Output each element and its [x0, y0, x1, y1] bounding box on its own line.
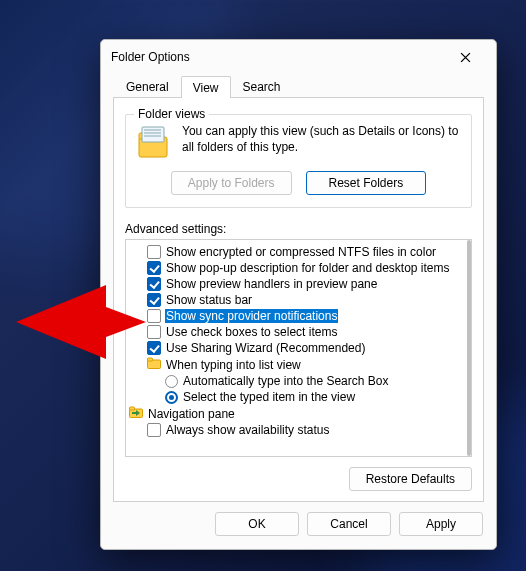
checkbox-icon	[147, 325, 161, 339]
advanced-settings-label: Advanced settings:	[125, 222, 472, 236]
tree-item[interactable]: Select the typed item in the view	[129, 390, 468, 404]
tree-item-label: Show preview handlers in preview pane	[165, 277, 378, 291]
apply-button[interactable]: Apply	[399, 512, 483, 536]
dialog-buttons: OK Cancel Apply	[101, 512, 496, 549]
tree-item[interactable]: Navigation pane	[129, 406, 468, 421]
close-button[interactable]	[444, 43, 486, 71]
tree-item-label: Show status bar	[165, 293, 253, 307]
dialog-title: Folder Options	[111, 50, 444, 64]
checkbox-icon	[147, 309, 161, 323]
folder-views-group: Folder views You can apply this view (su…	[125, 114, 472, 208]
tree-item[interactable]: Show preview handlers in preview pane	[129, 277, 468, 291]
svg-rect-2	[142, 127, 164, 142]
radio-icon	[165, 391, 178, 404]
checkbox-icon	[147, 423, 161, 437]
tree-item-label: Show encrypted or compressed NTFS files …	[165, 245, 437, 259]
restore-defaults-button[interactable]: Restore Defaults	[349, 467, 472, 491]
tree-item[interactable]: Use check boxes to select items	[129, 325, 468, 339]
folder-views-text: You can apply this view (such as Details…	[182, 123, 461, 161]
checkbox-icon	[147, 293, 161, 307]
close-icon	[460, 52, 471, 63]
tree-item[interactable]: Show encrypted or compressed NTFS files …	[129, 245, 468, 259]
checkbox-icon	[147, 245, 161, 259]
navigation-pane-icon	[129, 406, 143, 421]
tab-view[interactable]: View	[181, 76, 231, 98]
checkbox-icon	[147, 277, 161, 291]
cancel-button[interactable]: Cancel	[307, 512, 391, 536]
tree-item[interactable]: Show status bar	[129, 293, 468, 307]
tree-item[interactable]: Show sync provider notifications	[129, 309, 468, 323]
titlebar: Folder Options	[101, 40, 496, 74]
tree-item-label: Show pop-up description for folder and d…	[165, 261, 451, 275]
tree-item-label: When typing into list view	[165, 358, 302, 372]
advanced-settings-tree[interactable]: Show encrypted or compressed NTFS files …	[125, 239, 472, 457]
tab-search[interactable]: Search	[231, 75, 293, 97]
tree-item-label: Automatically type into the Search Box	[182, 374, 389, 388]
ok-button[interactable]: OK	[215, 512, 299, 536]
tree-item[interactable]: Use Sharing Wizard (Recommended)	[129, 341, 468, 355]
folder-icon	[147, 357, 161, 372]
tree-item-label: Select the typed item in the view	[182, 390, 356, 404]
checkbox-icon	[147, 261, 161, 275]
svg-rect-9	[130, 407, 135, 410]
tree-item-label: Use Sharing Wizard (Recommended)	[165, 341, 366, 355]
tree-item[interactable]: Show pop-up description for folder and d…	[129, 261, 468, 275]
tree-item-label: Always show availability status	[165, 423, 330, 437]
folder-views-icon	[136, 125, 172, 161]
folder-views-label: Folder views	[134, 107, 209, 121]
tree-item-label: Navigation pane	[147, 407, 236, 421]
tree-item-label: Show sync provider notifications	[165, 309, 338, 323]
tree-item-label: Use check boxes to select items	[165, 325, 338, 339]
radio-icon	[165, 375, 178, 388]
folder-options-dialog: Folder Options General View Search Folde…	[100, 39, 497, 550]
tab-panel-view: Folder views You can apply this view (su…	[113, 97, 484, 502]
tree-item[interactable]: When typing into list view	[129, 357, 468, 372]
tab-general[interactable]: General	[114, 75, 181, 97]
checkbox-icon	[147, 341, 161, 355]
scrollbar[interactable]	[467, 240, 471, 456]
tree-item[interactable]: Automatically type into the Search Box	[129, 374, 468, 388]
tabstrip: General View Search	[101, 74, 496, 97]
reset-folders-button[interactable]: Reset Folders	[306, 171, 427, 195]
tree-item[interactable]: Always show availability status	[129, 423, 468, 437]
apply-to-folders-button[interactable]: Apply to Folders	[171, 171, 292, 195]
svg-rect-7	[148, 358, 153, 361]
